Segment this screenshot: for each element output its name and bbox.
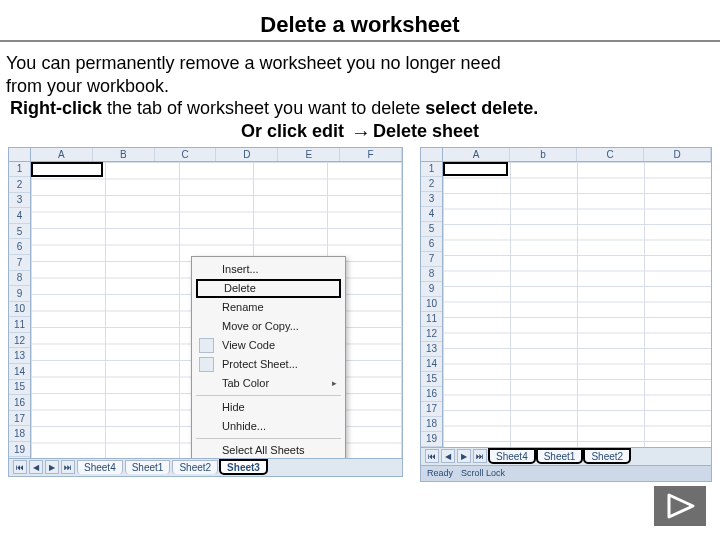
row-header[interactable]: 10 bbox=[421, 297, 442, 312]
row-header[interactable]: 14 bbox=[421, 357, 442, 372]
row-header[interactable]: 8 bbox=[421, 267, 442, 282]
slide: Delete a worksheet You can permanently r… bbox=[0, 0, 720, 540]
context-menu: Insert... Delete Rename Move or Copy... … bbox=[191, 256, 346, 464]
arrow-icon: → bbox=[349, 120, 373, 145]
menu-delete[interactable]: Delete bbox=[196, 279, 341, 298]
menu-separator bbox=[196, 438, 341, 439]
tab-nav-next[interactable]: ▶ bbox=[45, 460, 59, 474]
row-headers: 12345678910111213141516171819 bbox=[9, 162, 31, 458]
row-header[interactable]: 2 bbox=[9, 177, 30, 193]
sheet-tab[interactable]: Sheet2 bbox=[584, 449, 630, 463]
row-header[interactable]: 3 bbox=[421, 192, 442, 207]
menu-protect-sheet[interactable]: Protect Sheet... bbox=[194, 355, 343, 374]
row-header[interactable]: 5 bbox=[9, 224, 30, 240]
row-header[interactable]: 19 bbox=[421, 432, 442, 447]
column-header[interactable]: D bbox=[216, 148, 278, 161]
row-header[interactable]: 14 bbox=[9, 364, 30, 380]
menu-view-code[interactable]: View Code bbox=[194, 336, 343, 355]
row-header[interactable]: 7 bbox=[9, 255, 30, 271]
row-header[interactable]: 12 bbox=[9, 333, 30, 349]
sheet-tab-strip: ⏮ ◀ ▶ ⏭ Sheet4Sheet1Sheet2 bbox=[421, 447, 711, 465]
play-icon bbox=[665, 493, 695, 519]
row-header[interactable]: 6 bbox=[9, 239, 30, 255]
menu-hide[interactable]: Hide bbox=[194, 398, 343, 417]
column-header[interactable]: C bbox=[155, 148, 217, 161]
menu-tab-color[interactable]: Tab Color▸ bbox=[194, 374, 343, 393]
row-header[interactable]: 7 bbox=[421, 252, 442, 267]
sheet-tab-strip: ⏮ ◀ ▶ ⏭ Sheet4Sheet1Sheet2Sheet3 bbox=[9, 458, 402, 476]
row-header[interactable]: 4 bbox=[9, 208, 30, 224]
row-header[interactable]: 18 bbox=[9, 426, 30, 442]
column-header[interactable]: F bbox=[340, 148, 402, 161]
cell-selection bbox=[31, 162, 103, 177]
row-header[interactable]: 11 bbox=[421, 312, 442, 327]
select-all-corner[interactable] bbox=[421, 148, 443, 162]
column-header[interactable]: D bbox=[644, 148, 711, 161]
svg-marker-0 bbox=[669, 495, 693, 517]
status-ready: Ready bbox=[427, 468, 453, 478]
cell-grid[interactable] bbox=[443, 162, 711, 447]
tab-nav-last[interactable]: ⏭ bbox=[61, 460, 75, 474]
delete-sheet-word: Delete sheet bbox=[373, 121, 479, 141]
sheet-tab[interactable]: Sheet4 bbox=[77, 460, 123, 474]
row-header[interactable]: 16 bbox=[421, 387, 442, 402]
row-header[interactable]: 18 bbox=[421, 417, 442, 432]
column-header[interactable]: b bbox=[510, 148, 577, 161]
tab-nav-prev[interactable]: ◀ bbox=[441, 449, 455, 463]
sheet-tab[interactable]: Sheet1 bbox=[537, 449, 583, 463]
chevron-right-icon: ▸ bbox=[332, 378, 337, 388]
or-click-edit: Or click edit bbox=[241, 121, 349, 141]
row-header[interactable]: 15 bbox=[9, 380, 30, 396]
column-header[interactable]: C bbox=[577, 148, 644, 161]
row-header[interactable]: 13 bbox=[9, 348, 30, 364]
row-header[interactable]: 2 bbox=[421, 177, 442, 192]
row-header[interactable]: 10 bbox=[9, 302, 30, 318]
column-headers: ABCDEF bbox=[31, 148, 402, 162]
column-header[interactable]: B bbox=[93, 148, 155, 161]
menu-rename[interactable]: Rename bbox=[194, 298, 343, 317]
menu-unhide[interactable]: Unhide... bbox=[194, 417, 343, 436]
status-scroll-lock: Scroll Lock bbox=[461, 468, 505, 478]
spreadsheet-left: ABCDEF 12345678910111213141516171819 Ins… bbox=[8, 147, 403, 477]
column-headers: AbCD bbox=[443, 148, 711, 162]
column-header[interactable]: A bbox=[443, 148, 510, 161]
row-header[interactable]: 16 bbox=[9, 395, 30, 411]
title-underline bbox=[0, 40, 720, 42]
column-header[interactable]: A bbox=[31, 148, 93, 161]
row-header[interactable]: 12 bbox=[421, 327, 442, 342]
sheet-tab[interactable]: Sheet1 bbox=[125, 460, 171, 474]
row-header[interactable]: 13 bbox=[421, 342, 442, 357]
tab-nav-first[interactable]: ⏮ bbox=[425, 449, 439, 463]
row-header[interactable]: 17 bbox=[9, 411, 30, 427]
tab-nav-next[interactable]: ▶ bbox=[457, 449, 471, 463]
row-header[interactable]: 4 bbox=[421, 207, 442, 222]
body-line-1: You can permanently remove a worksheet y… bbox=[6, 52, 714, 75]
menu-separator bbox=[196, 395, 341, 396]
row-header[interactable]: 11 bbox=[9, 317, 30, 333]
row-header[interactable]: 19 bbox=[9, 442, 30, 458]
row-header[interactable]: 9 bbox=[421, 282, 442, 297]
menu-move-copy[interactable]: Move or Copy... bbox=[194, 317, 343, 336]
row-header[interactable]: 3 bbox=[9, 193, 30, 209]
row-header[interactable]: 1 bbox=[421, 162, 442, 177]
screenshots-area: ABCDEF 12345678910111213141516171819 Ins… bbox=[0, 147, 720, 487]
row-header[interactable]: 9 bbox=[9, 286, 30, 302]
body-line-4: Or click edit →Delete sheet bbox=[6, 120, 714, 145]
row-header[interactable]: 5 bbox=[421, 222, 442, 237]
select-all-corner[interactable] bbox=[9, 148, 31, 162]
sheet-tab[interactable]: Sheet4 bbox=[489, 449, 535, 463]
tab-nav-last[interactable]: ⏭ bbox=[473, 449, 487, 463]
tab-nav-first[interactable]: ⏮ bbox=[13, 460, 27, 474]
column-header[interactable]: E bbox=[278, 148, 340, 161]
play-button[interactable] bbox=[654, 486, 706, 526]
row-header[interactable]: 15 bbox=[421, 372, 442, 387]
tab-nav-prev[interactable]: ◀ bbox=[29, 460, 43, 474]
row-header[interactable]: 8 bbox=[9, 271, 30, 287]
menu-insert[interactable]: Insert... bbox=[194, 260, 343, 279]
row-header[interactable]: 17 bbox=[421, 402, 442, 417]
sheet-tab[interactable]: Sheet2 bbox=[172, 460, 218, 474]
row-header[interactable]: 1 bbox=[9, 162, 30, 178]
row-header[interactable]: 6 bbox=[421, 237, 442, 252]
sheet-tab[interactable]: Sheet3 bbox=[220, 460, 267, 474]
select-delete-word: select delete. bbox=[425, 98, 538, 118]
